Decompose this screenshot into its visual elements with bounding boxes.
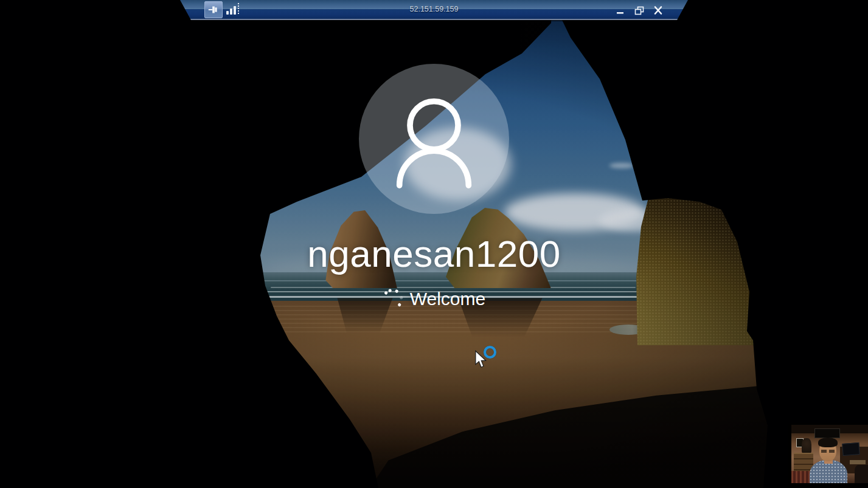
user-avatar (359, 64, 509, 214)
mouse-cursor (474, 350, 488, 369)
restore-icon (634, 5, 645, 15)
spinner-dot (388, 289, 392, 292)
window-controls (614, 0, 665, 20)
close-icon (653, 5, 664, 15)
welcome-status: Welcome (0, 287, 868, 311)
webcam-overlay (788, 424, 868, 488)
webcam-desk-items (850, 460, 866, 464)
minimize-button[interactable] (614, 4, 627, 16)
restore-button[interactable] (633, 4, 646, 16)
spinner-dot (400, 296, 403, 299)
webcam-statue (802, 438, 811, 454)
close-button[interactable] (651, 4, 665, 16)
webcam-person-glasses (821, 450, 835, 453)
dots-progress-spinner (383, 289, 402, 309)
spinner-dot (384, 291, 387, 295)
webcam-laptop (842, 442, 859, 456)
minimize-icon (615, 5, 626, 15)
webcam-picture-frame (814, 428, 840, 438)
webcam-chair (855, 465, 868, 483)
username-text: nganesan1200 (0, 232, 868, 275)
sign-in-panel: nganesan1200 Welcome (0, 0, 868, 488)
spinner-dot (397, 303, 401, 306)
spinner-dot (395, 289, 398, 293)
remote-desktop-screen: nganesan1200 Welcome (0, 0, 868, 488)
rdp-connection-bar[interactable]: 52.151.59.159 (180, 0, 688, 20)
remote-address: 52.151.59.159 (180, 0, 688, 20)
welcome-text: Welcome (410, 289, 485, 309)
webcam-video-feed (791, 425, 868, 483)
arrow-cursor-icon (474, 350, 488, 369)
person-icon (359, 64, 509, 214)
webcam-person-hair (818, 438, 838, 447)
